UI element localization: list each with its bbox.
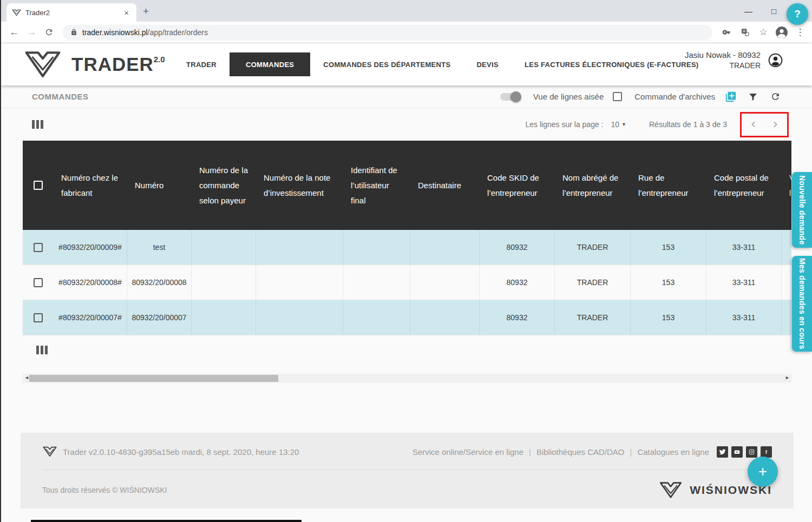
browser-tab[interactable]: Trader2 × <box>6 3 136 22</box>
table-row[interactable]: #80932/20/00007# 80932/20/00007 80932 TR… <box>23 300 791 335</box>
lock-icon[interactable] <box>70 29 77 36</box>
back-button[interactable]: ← <box>5 24 23 41</box>
cell <box>192 300 256 335</box>
cell: 80932 <box>480 230 555 265</box>
profile-avatar[interactable] <box>775 26 788 39</box>
cell <box>256 300 343 335</box>
twitter-icon[interactable] <box>717 446 728 458</box>
bookmark-star-icon[interactable]: ☆ <box>757 26 770 39</box>
refresh-icon[interactable] <box>769 90 782 103</box>
toolbar-icons: A ☆ ⋮ <box>720 26 807 39</box>
footer-link-cad[interactable]: Bibliothèques CAD/DAO <box>536 447 625 457</box>
column-settings-icon[interactable] <box>36 346 48 354</box>
column-header[interactable]: Ville de l’entrepreneur <box>782 141 791 230</box>
window-maximize-button[interactable]: □ <box>761 6 787 16</box>
account-avatar-icon[interactable] <box>768 53 783 68</box>
nav-item-devis[interactable]: DEVIS <box>463 61 512 69</box>
new-tab-button[interactable]: + <box>143 5 149 17</box>
translate-icon[interactable]: A <box>738 26 751 39</box>
footer-link-catalogues[interactable]: Catalogues en ligne <box>637 447 709 457</box>
column-header[interactable]: Code SKID de l’entrepreneur <box>480 141 555 230</box>
cell <box>343 230 410 265</box>
facebook-icon[interactable]: f <box>761 446 772 458</box>
wisniowski-logo-icon <box>658 481 683 499</box>
user-name: Jasiu Nowak - 80932 <box>685 50 761 61</box>
nav-item-trader[interactable]: TRADER <box>173 61 230 69</box>
user-info[interactable]: Jasiu Nowak - 80932 TRADER <box>685 50 783 71</box>
nav-item-efactures[interactable]: LES FACTURES ÉLECTRONIQUES (E-FACTURES) <box>512 61 712 69</box>
column-header[interactable]: Destinataire <box>410 141 480 230</box>
forward-button[interactable]: → <box>23 24 40 41</box>
next-page-button[interactable] <box>769 118 782 131</box>
cell: #80932/20/00008# <box>54 265 127 300</box>
cell: 80932/20/00007 <box>127 300 192 335</box>
cell: 153 <box>631 265 706 300</box>
tab-title: Trader2 <box>25 9 122 17</box>
rows-per-page-select[interactable]: 10 ▼ <box>611 120 627 129</box>
cell: 33-311 <box>706 230 782 265</box>
cell <box>410 265 480 300</box>
select-all-checkbox[interactable] <box>34 181 43 190</box>
results-count: Résultats de 1 à 3 de 3 <box>649 120 727 129</box>
cell: #80932/20/00007# <box>54 300 127 335</box>
annotation-highlight-box <box>740 112 789 137</box>
app-version-text: Trader v2.0.10-4830-g395a15eb mardi, 8 s… <box>63 447 299 457</box>
footer: Trader v2.0.10-4830-g395a15eb mardi, 8 s… <box>21 433 794 508</box>
page-toolbar: COMMANDES Vue de lignes aisée Commande d… <box>1 85 812 108</box>
address-bar[interactable]: trader.wisniowski.pl/app/trader/orders <box>63 25 712 40</box>
library-add-icon[interactable] <box>724 90 737 103</box>
wisniowski-logo-icon <box>23 50 63 78</box>
column-header[interactable]: Code postal de l’entrepreneur <box>706 141 782 230</box>
side-tab-mes-demandes[interactable]: Mes demandes en cours <box>792 256 812 352</box>
cell: TRADER <box>555 230 631 265</box>
table-row[interactable]: #80932/20/00009# test 80932 TRADER 153 3… <box>23 230 791 265</box>
caret-down-icon: ▼ <box>621 122 626 127</box>
column-header[interactable]: Numéro <box>127 141 192 230</box>
easy-rows-toggle[interactable] <box>500 93 520 101</box>
scroll-right-arrow[interactable]: ► <box>785 375 790 380</box>
horizontal-scrollbar[interactable]: ◄ ► <box>23 374 791 383</box>
side-tab-nouvelle-demande[interactable]: Nouvelle demande <box>792 172 812 248</box>
nav-item-commandes[interactable]: COMMANDES <box>230 52 310 76</box>
cell: 33-311 <box>706 300 782 335</box>
user-role: TRADER <box>685 61 761 71</box>
filter-icon[interactable] <box>746 90 759 103</box>
cell <box>410 230 480 265</box>
table-row[interactable]: #80932/20/00008# 80932/20/00008 80932 TR… <box>23 265 791 300</box>
nav-item-commandes-departements[interactable]: COMMANDES DES DÉPARTEMENTS <box>310 61 463 69</box>
column-header[interactable]: Identifiant de l’utilisateur final <box>343 141 410 230</box>
column-header[interactable]: Nom abrégé de l’entrepreneur <box>555 141 631 230</box>
menu-dots-icon[interactable]: ⋮ <box>794 26 807 39</box>
tab-close-icon[interactable]: × <box>122 8 131 17</box>
add-fab-button[interactable]: + <box>748 457 778 487</box>
window-minimize-button[interactable]: — <box>736 6 761 16</box>
cell <box>782 230 791 265</box>
copyright-text: Tous droits réservés © WIŚNIOWSKI <box>42 486 167 494</box>
scrollbar-thumb[interactable] <box>29 375 278 382</box>
cell: TRADER <box>555 265 631 300</box>
password-key-icon[interactable] <box>720 26 733 39</box>
instagram-icon[interactable] <box>746 446 757 458</box>
cell: 153 <box>631 230 706 265</box>
previous-page-button[interactable] <box>747 118 760 131</box>
cell <box>192 230 256 265</box>
row-checkbox[interactable] <box>34 278 43 287</box>
youtube-icon[interactable] <box>731 446 743 458</box>
app-logo[interactable]: TRADER2.0 <box>23 50 165 78</box>
cell: 153 <box>631 300 706 335</box>
column-header[interactable]: Numéro chez le fabricant <box>54 141 127 230</box>
column-settings-icon[interactable] <box>32 120 43 129</box>
archives-checkbox[interactable] <box>613 92 622 101</box>
help-button[interactable]: ? <box>787 3 808 25</box>
reload-button[interactable] <box>40 24 57 41</box>
row-checkbox[interactable] <box>34 313 43 322</box>
row-checkbox[interactable] <box>34 243 43 252</box>
column-header[interactable]: Numéro de la note d’investissement <box>256 141 343 230</box>
brand-name: TRADER <box>71 54 154 75</box>
scroll-left-arrow[interactable]: ◄ <box>24 375 29 380</box>
app-header: TRADER2.0 TRADER COMMANDES COMMANDES DES… <box>1 43 812 85</box>
column-header[interactable]: Rue de l’entrepreneur <box>631 141 706 230</box>
column-header[interactable]: Numéro de la commande selon payeur <box>192 141 256 230</box>
footer-link-service[interactable]: Service online/Service en ligne <box>412 447 523 457</box>
cell: 33-311 <box>706 265 782 300</box>
